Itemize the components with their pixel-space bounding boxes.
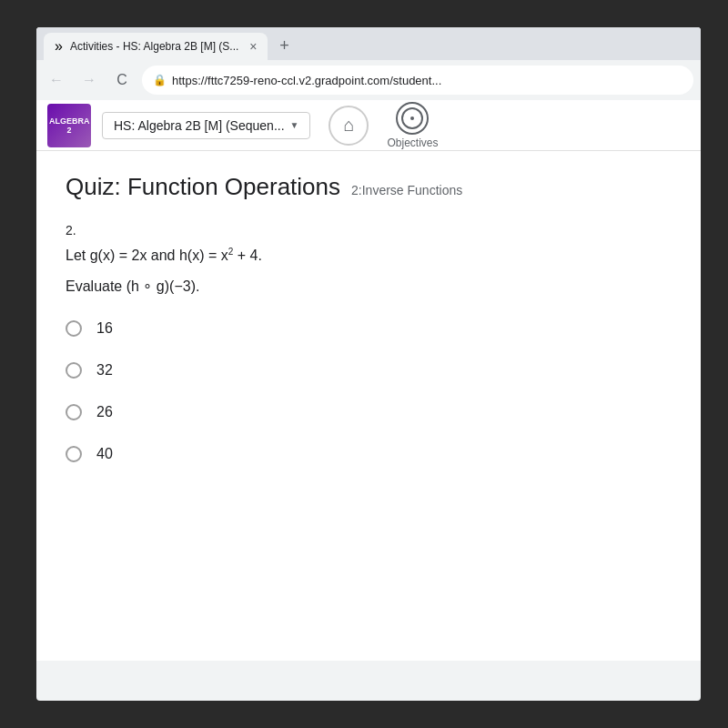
browser-window: » Activities - HS: Algebra 2B [M] (S... …: [36, 27, 701, 701]
tab-title: Activities - HS: Algebra 2B [M] (S...: [70, 40, 238, 53]
quiz-title-text: Quiz: Function Operations: [66, 173, 340, 201]
answer-value-1: 16: [96, 320, 113, 337]
active-tab[interactable]: » Activities - HS: Algebra 2B [M] (S... …: [44, 33, 268, 60]
answer-value-4: 40: [96, 446, 113, 462]
answer-option-4: 40: [66, 446, 672, 462]
course-selector[interactable]: HS: Algebra 2B [M] (Sequen... ▼: [102, 112, 310, 139]
url-bar[interactable]: 🔒 https://fttc7259-reno-ccl.v2.gradpoint…: [142, 66, 693, 95]
answer-option-3: 26: [66, 404, 672, 420]
course-title: HS: Algebra 2B [M] (Sequen...: [114, 118, 285, 133]
quiz-subtitle: 2:Inverse Functions: [351, 183, 462, 197]
dropdown-arrow-icon: ▼: [290, 120, 299, 130]
objectives-button[interactable]: Objectives: [379, 98, 445, 153]
back-button[interactable]: ←: [44, 67, 69, 93]
main-content: Quiz: Function Operations 2:Inverse Func…: [36, 151, 701, 661]
answer-value-2: 32: [96, 362, 113, 379]
objectives-label: Objectives: [387, 136, 438, 149]
tab-favicon: »: [55, 38, 63, 55]
answer-value-3: 26: [96, 404, 113, 420]
app-header: ALGEBRA 2 HS: Algebra 2B [M] (Sequen... …: [36, 100, 701, 151]
radio-button-4[interactable]: [66, 446, 82, 462]
url-text: https://fttc7259-reno-ccl.v2.gradpoint.c…: [172, 74, 441, 87]
home-button[interactable]: ⌂: [329, 106, 369, 146]
radio-button-2[interactable]: [66, 362, 82, 379]
question-number: 2.: [66, 223, 672, 238]
refresh-button[interactable]: C: [109, 67, 135, 93]
home-icon: ⌂: [343, 115, 354, 136]
address-bar: ← → C 🔒 https://fttc7259-reno-ccl.v2.gra…: [36, 60, 701, 100]
browser-chrome: » Activities - HS: Algebra 2B [M] (S... …: [36, 27, 701, 100]
radio-button-3[interactable]: [66, 404, 82, 420]
tab-bar: » Activities - HS: Algebra 2B [M] (S... …: [36, 27, 701, 60]
tab-close-button[interactable]: ×: [249, 39, 257, 54]
lock-icon: 🔒: [153, 74, 167, 86]
answer-option-2: 32: [66, 362, 672, 379]
course-logo: ALGEBRA 2: [47, 104, 91, 147]
objectives-icon: [396, 102, 429, 135]
forward-button[interactable]: →: [76, 67, 102, 93]
question-text: Let g(x) = 2x and h(x) = x2 + 4.: [66, 245, 672, 267]
evaluate-text: Evaluate (h ∘ g)(−3).: [66, 278, 672, 295]
quiz-title: Quiz: Function Operations 2:Inverse Func…: [66, 173, 672, 201]
answer-option-1: 16: [66, 320, 672, 337]
new-tab-button[interactable]: +: [271, 33, 297, 58]
radio-button-1[interactable]: [66, 320, 82, 337]
